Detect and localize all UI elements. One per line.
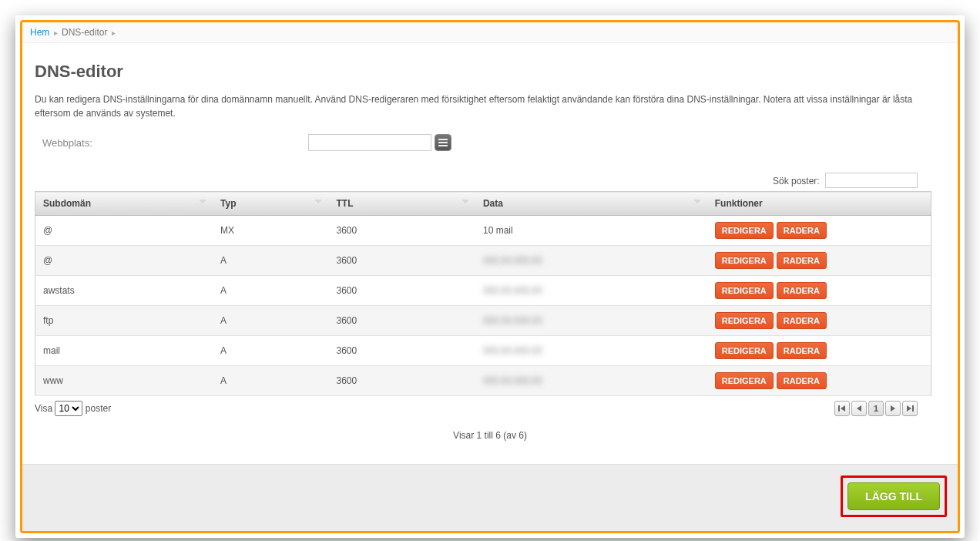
cell-functions: REDIGERARADERA (707, 306, 931, 336)
cell-ttl: 3600 (328, 366, 475, 396)
search-label: Sök poster: (773, 176, 820, 186)
chevron-right-icon: ▸ (54, 29, 58, 37)
svg-rect-8 (912, 405, 914, 412)
edit-button[interactable]: REDIGERA (715, 312, 774, 329)
cell-type: A (213, 246, 328, 276)
svg-marker-7 (907, 405, 911, 412)
delete-button[interactable]: RADERA (777, 372, 827, 389)
first-icon (838, 405, 846, 412)
svg-rect-3 (838, 405, 840, 412)
cell-functions: REDIGERARADERA (707, 216, 931, 246)
page-title: DNS-editor (35, 62, 945, 82)
cell-type: A (213, 366, 328, 396)
delete-button[interactable]: RADERA (777, 282, 827, 299)
th-data[interactable]: Data (475, 192, 707, 216)
cell-ttl: 3600 (328, 216, 475, 246)
svg-rect-0 (438, 139, 448, 140)
sort-icon (314, 200, 322, 203)
table-row: @A3600000.00.000.00REDIGERARADERA (35, 246, 931, 276)
cell-subdomain: mail (35, 336, 213, 366)
cell-ttl: 3600 (328, 276, 475, 306)
add-button[interactable]: LÄGG TILL (847, 482, 940, 510)
list-icon (438, 139, 448, 146)
prev-icon (855, 405, 863, 412)
cell-ttl: 3600 (328, 246, 475, 276)
page-size-select[interactable]: 10 (55, 401, 82, 416)
sort-icon (199, 200, 206, 203)
cell-subdomain: ftp (35, 306, 213, 336)
edit-button[interactable]: REDIGERA (715, 282, 774, 299)
search-row: Sök poster: (35, 173, 945, 188)
svg-marker-4 (841, 405, 845, 412)
pager-next-button[interactable] (885, 401, 901, 416)
table-row: awstatsA3600000.00.000.00REDIGERARADERA (35, 276, 931, 306)
pager-last-button[interactable] (902, 401, 918, 416)
table-row: wwwA3600000.00.000.00REDIGERARADERA (35, 366, 931, 396)
table-row: ftpA3600000.00.000.00REDIGERARADERA (35, 306, 931, 336)
website-label: Webbplats: (42, 137, 308, 149)
search-input[interactable] (825, 173, 918, 188)
delete-button[interactable]: RADERA (777, 252, 827, 269)
last-icon (906, 405, 914, 412)
th-type[interactable]: Typ (213, 192, 328, 216)
website-picker-button[interactable] (435, 134, 451, 151)
cell-functions: REDIGERARADERA (707, 366, 931, 396)
edit-button[interactable]: REDIGERA (715, 372, 774, 389)
cell-subdomain: @ (35, 216, 213, 246)
th-ttl[interactable]: TTL (328, 192, 475, 216)
cell-type: A (213, 306, 328, 336)
website-row: Webbplats: (35, 134, 945, 151)
svg-marker-5 (857, 405, 861, 412)
cell-type: A (213, 276, 328, 306)
breadcrumb: Hem ▸ DNS-editor ▸ (22, 22, 958, 43)
pager-page-1[interactable]: 1 (868, 401, 884, 416)
cell-data: 000.00.000.00 (475, 366, 707, 396)
svg-marker-6 (891, 405, 895, 412)
cell-ttl: 3600 (328, 336, 475, 366)
cell-ttl: 3600 (328, 306, 475, 336)
cell-type: A (213, 336, 328, 366)
cell-functions: REDIGERARADERA (707, 246, 931, 276)
svg-rect-2 (438, 145, 448, 146)
delete-button[interactable]: RADERA (777, 342, 827, 359)
website-input[interactable] (308, 134, 431, 151)
delete-button[interactable]: RADERA (777, 222, 827, 239)
showing-text: Visar 1 till 6 (av 6) (35, 419, 945, 464)
cell-functions: REDIGERARADERA (707, 276, 931, 306)
chevron-right-icon: ▸ (112, 29, 116, 37)
cell-data: 000.00.000.00 (475, 336, 707, 366)
pager: 1 (834, 401, 945, 416)
next-icon (889, 405, 897, 412)
cell-data: 000.00.000.00 (475, 306, 707, 336)
edit-button[interactable]: REDIGERA (715, 342, 774, 359)
dns-table: Subdomän Typ TTL Data Funktioner @MX3600… (35, 191, 931, 396)
page-description: Du kan redigera DNS-inställningarna för … (35, 92, 945, 120)
edit-button[interactable]: REDIGERA (715, 222, 774, 239)
pager-first-button[interactable] (834, 401, 850, 416)
th-subdomain[interactable]: Subdomän (35, 192, 213, 216)
page-size-control: Visa 10 poster (35, 401, 111, 416)
cell-data: 10 mail (475, 216, 707, 246)
cell-subdomain: awstats (35, 276, 213, 306)
edit-button[interactable]: REDIGERA (715, 252, 774, 269)
table-row: mailA3600000.00.000.00REDIGERARADERA (35, 336, 931, 366)
sort-icon (461, 200, 469, 203)
bottom-bar: LÄGG TILL (22, 464, 958, 531)
pager-prev-button[interactable] (851, 401, 867, 416)
cell-data: 000.00.000.00 (475, 276, 707, 306)
breadcrumb-home[interactable]: Hem (30, 27, 49, 38)
svg-rect-1 (438, 142, 448, 143)
cell-subdomain: @ (35, 246, 213, 276)
cell-functions: REDIGERARADERA (707, 336, 931, 366)
breadcrumb-current: DNS-editor (62, 27, 107, 38)
cell-subdomain: www (35, 366, 213, 396)
th-functions: Funktioner (707, 192, 931, 216)
cell-data: 000.00.000.00 (475, 246, 707, 276)
cell-type: MX (213, 216, 328, 246)
add-highlight: LÄGG TILL (841, 475, 947, 517)
table-row: @MX360010 mailREDIGERARADERA (35, 216, 931, 246)
sort-icon (693, 200, 701, 203)
delete-button[interactable]: RADERA (777, 312, 827, 329)
